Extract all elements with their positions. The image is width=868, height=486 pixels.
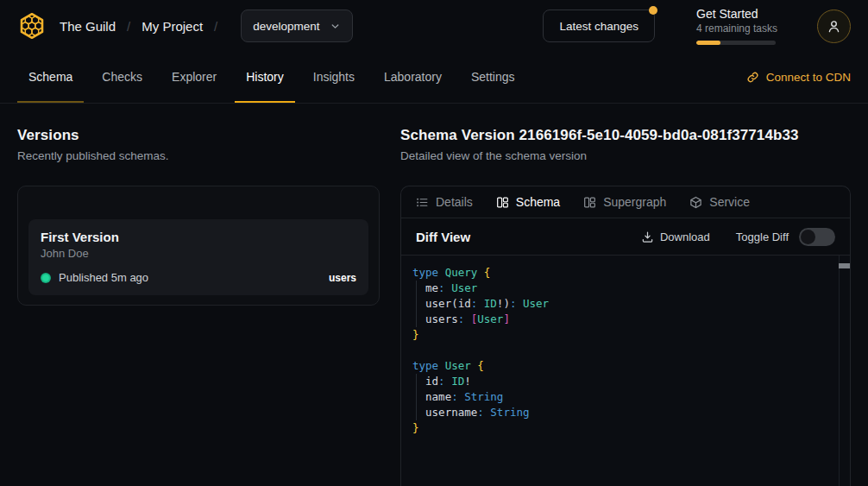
- version-service-badge: users: [329, 272, 356, 284]
- versions-panel: Versions Recently published schemas. Fir…: [17, 104, 380, 486]
- version-name: First Version: [41, 230, 356, 244]
- panels-icon: [496, 196, 509, 209]
- connect-to-cdn-button[interactable]: Connect to CDN: [746, 52, 851, 103]
- code-line: users: [User]: [401, 312, 850, 327]
- connect-to-cdn-label: Connect to CDN: [766, 71, 851, 84]
- hive-logo-icon[interactable]: [17, 11, 60, 41]
- code-line: name: String: [401, 389, 850, 405]
- scrollbar-thumb[interactable]: [839, 263, 850, 268]
- get-started-progressbar: [696, 41, 776, 45]
- code-line: [401, 343, 850, 358]
- schema-version-panel: Schema Version 2166196f-5e10-4059-bd0a-0…: [400, 104, 851, 486]
- target-navbar: Schema Checks Explorer History Insights …: [0, 52, 868, 104]
- detail-tab-label: Details: [436, 195, 473, 209]
- toggle-diff-switch[interactable]: [799, 228, 835, 246]
- detail-tab-label: Schema: [516, 195, 560, 209]
- schema-version-title: Schema Version 2166196f-5e10-4059-bd0a-0…: [400, 127, 851, 144]
- versions-list: First Version John Doe Published 5m ago …: [17, 186, 380, 306]
- tab-insights[interactable]: Insights: [302, 52, 366, 103]
- main-content: Versions Recently published schemas. Fir…: [0, 104, 868, 486]
- tab-laboratory[interactable]: Laboratory: [373, 52, 453, 103]
- user-avatar[interactable]: [817, 9, 851, 43]
- code-line: type Query {: [401, 265, 850, 281]
- code-line: me: User: [401, 281, 850, 296]
- published-status-icon: [41, 273, 51, 283]
- diff-header: Diff View Download Toggle Diff: [401, 218, 850, 256]
- breadcrumb-org[interactable]: The Guild: [60, 19, 116, 34]
- detail-tab-label: Supergraph: [603, 195, 666, 209]
- version-author: John Doe: [41, 247, 356, 260]
- tab-history[interactable]: History: [235, 52, 295, 103]
- code-lines: type Query { me: User user(id: ID!): Use…: [401, 265, 850, 436]
- list-icon: [416, 196, 429, 209]
- link-icon: [746, 71, 759, 84]
- versions-subtitle: Recently published schemas.: [17, 149, 380, 162]
- schema-code-editor[interactable]: type Query { me: User user(id: ID!): Use…: [401, 256, 850, 486]
- latest-changes-label: Latest changes: [559, 20, 638, 33]
- panels-icon: [583, 196, 596, 209]
- detail-tab-label: Service: [709, 195, 750, 209]
- detail-tabs: Details Schema Supergraph Service: [401, 186, 850, 218]
- person-icon: [827, 19, 841, 34]
- breadcrumb-separator: /: [127, 19, 130, 34]
- code-line: id: ID!: [401, 374, 850, 389]
- progress-fill: [696, 41, 720, 45]
- download-icon: [641, 230, 654, 243]
- tab-explorer[interactable]: Explorer: [160, 52, 228, 103]
- chevron-down-icon: [330, 21, 341, 32]
- code-line: }: [401, 327, 850, 343]
- code-line: username: String: [401, 405, 850, 420]
- code-line: }: [401, 420, 850, 436]
- detail-tab-service[interactable]: Service: [689, 195, 750, 209]
- get-started-widget[interactable]: Get Started 4 remaining tasks: [696, 7, 776, 45]
- get-started-subtitle: 4 remaining tasks: [696, 22, 776, 35]
- code-line: type User {: [401, 358, 850, 374]
- version-card[interactable]: First Version John Doe Published 5m ago …: [28, 219, 368, 295]
- latest-changes-button[interactable]: Latest changes: [543, 9, 655, 42]
- notification-dot: [649, 6, 657, 15]
- code-line: user(id: ID!): User: [401, 296, 850, 312]
- detail-tab-supergraph[interactable]: Supergraph: [583, 195, 666, 209]
- editor-scrollbar[interactable]: [839, 256, 850, 486]
- versions-title: Versions: [17, 127, 380, 144]
- download-button[interactable]: Download: [641, 230, 710, 243]
- schema-version-detail-box: Details Schema Supergraph Service Diff V…: [400, 186, 851, 486]
- switch-knob: [801, 230, 815, 244]
- breadcrumb-project[interactable]: My Project: [142, 19, 203, 34]
- diff-view-title: Diff View: [416, 230, 470, 244]
- download-label: Download: [660, 230, 710, 243]
- tab-schema[interactable]: Schema: [17, 52, 84, 103]
- detail-tab-details[interactable]: Details: [416, 195, 473, 209]
- schema-version-subtitle: Detailed view of the schema version: [400, 149, 851, 162]
- version-status: Published 5m ago: [59, 271, 148, 284]
- tab-checks[interactable]: Checks: [91, 52, 154, 103]
- cube-icon: [689, 196, 702, 209]
- environment-selector-value: development: [253, 20, 319, 33]
- get-started-title: Get Started: [696, 7, 776, 22]
- version-status-row: Published 5m ago users: [41, 271, 356, 284]
- breadcrumb-separator: /: [214, 19, 217, 34]
- environment-selector[interactable]: development: [241, 9, 352, 42]
- toggle-diff-label: Toggle Diff: [736, 230, 789, 243]
- tab-settings[interactable]: Settings: [460, 52, 526, 103]
- top-bar: The Guild / My Project / development Lat…: [0, 0, 868, 52]
- detail-tab-schema[interactable]: Schema: [496, 195, 560, 209]
